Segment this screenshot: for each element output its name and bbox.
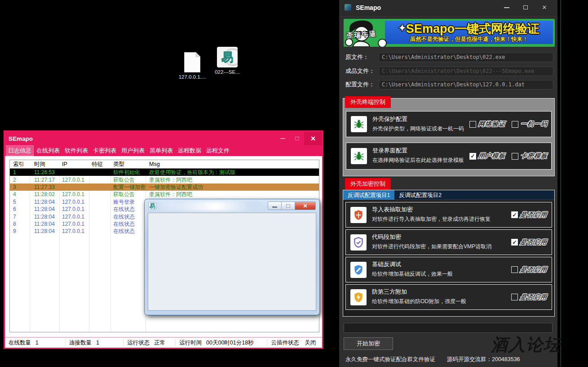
checkbox-unchecked[interactable]: [511, 294, 518, 300]
tab-anti-debug-1[interactable]: 反调试配置项目1: [343, 190, 394, 200]
group-tag: 外壳加密控制: [345, 178, 391, 190]
source-file-input[interactable]: C:\Users\Administrator\Desktop\022.exe: [379, 53, 553, 62]
output-file-input[interactable]: C:\Users\Administrator\Desktop\022---SEm…: [379, 67, 553, 76]
table-row[interactable]: 211:27:17127.0.0.1获取公告隶属软件：阿西吧: [10, 176, 319, 183]
tab-user-list[interactable]: 用户列表: [119, 146, 146, 156]
tab-remote-files[interactable]: 远程文件: [204, 146, 231, 156]
card-description: 对软件进行代码段加密，如果需要配合VMP请取消: [372, 243, 491, 251]
maximize-button[interactable]: [282, 201, 295, 210]
card-title: 外壳保护配置: [372, 115, 407, 123]
checkbox-unchecked[interactable]: [469, 121, 476, 128]
easy-language-icon: 易: [217, 47, 238, 67]
tab-log-info[interactable]: 日志信息: [6, 146, 33, 156]
close-button[interactable]: ✕: [295, 201, 316, 210]
card-title: 导入表抽取加密: [372, 206, 413, 214]
code-section-card: 代码段加密 对软件进行代码段加密，如果需要配合VMP请取消 ✓ 是否启用: [345, 229, 552, 255]
tab-online-list[interactable]: 在线列表: [35, 146, 62, 156]
minimize-button[interactable]: [497, 1, 516, 14]
desktop-icon-label: 127.0.0.1....: [179, 74, 206, 80]
table-row-selected[interactable]: 311:27:33配置一键加密一键加密验证配置成功: [10, 184, 319, 191]
status-bar: 在线数量 1 连接数量 1 运行状态 正常 运行时间 00天00时01分18秒 …: [5, 337, 322, 348]
minimize-icon: [272, 206, 277, 208]
card-description: 外壳保护类型，网络验证或者一机一码: [372, 125, 464, 133]
card-description: 给软件增加基础的防OD附加，强度一般: [372, 298, 466, 305]
tab-card-list[interactable]: 卡密列表: [91, 146, 118, 156]
card-description: 给软件增加基础反调试，效果一般: [372, 270, 453, 278]
card-template-checkbox[interactable]: 卡密模板: [512, 152, 548, 160]
maximize-button[interactable]: [516, 1, 535, 14]
log-window-tab-strip: 日志信息 在线列表 软件列表 卡密列表 用户列表 黑单列表 远程数据 远程文件: [5, 145, 322, 156]
banner-title: ✦SEmapo一键式网络验证: [398, 22, 539, 35]
checkbox-checked[interactable]: ✓: [511, 211, 518, 218]
checkbox-checked[interactable]: ✓: [469, 153, 476, 160]
enable-checkbox[interactable]: ✓ 是否启用: [511, 211, 547, 219]
col-header-ip[interactable]: IP: [59, 161, 89, 167]
maximize-icon: [286, 204, 290, 208]
config-file-row: 配置文件： C:\Users\Administrator\Desktop\127…: [345, 80, 553, 90]
card-title: 登录界面配置: [372, 147, 407, 155]
main-window-titlebar[interactable]: SEmapo ✕: [339, 0, 557, 15]
shield-orange-icon: [350, 207, 367, 223]
desktop-icon-dat-file[interactable]: 127.0.0.1....: [175, 52, 209, 80]
col-header-time[interactable]: 时间: [30, 161, 59, 168]
checkbox-unchecked[interactable]: [512, 121, 518, 128]
easy-language-icon: 易: [148, 202, 156, 210]
banner: ✦SEmapo一键式网络验证 虽然不是壳验证，但是也很牛逼，快来！快来！ 歪瑞牛…: [344, 19, 555, 47]
shield-purple-icon: [350, 234, 367, 251]
shell-protect-card: 外壳保护配置 外壳保护类型，网络验证或者一机一码 网络验证 一机一码: [346, 111, 552, 137]
tab-anti-debug-2[interactable]: 反调试配置项目2: [394, 190, 446, 200]
minimize-button[interactable]: [275, 132, 290, 145]
start-encrypt-button[interactable]: 开始加密: [344, 337, 393, 350]
log-window-titlebar[interactable]: SEmapo ✕: [5, 132, 322, 145]
main-window: SEmapo ✕ ✦SEmapo一键式网络验证 虽然不是壳验证，但是也很牛逼，快…: [339, 0, 557, 367]
blurred-title-text: [161, 201, 261, 211]
col-header-index[interactable]: 索引: [10, 161, 30, 168]
maximize-button[interactable]: [290, 132, 304, 145]
group-tag: 外壳终端控制: [345, 96, 391, 108]
checkbox-label[interactable]: 是否启用: [520, 293, 548, 301]
network-verify-checkbox[interactable]: 网络验证: [469, 120, 505, 128]
close-button[interactable]: ✕: [304, 132, 322, 145]
enable-checkbox[interactable]: 是否启用: [511, 266, 547, 274]
enable-checkbox[interactable]: 是否启用: [511, 293, 547, 301]
enable-checkbox[interactable]: ✓ 是否启用: [511, 238, 547, 246]
table-row[interactable]: 411:28:02127.0.0.1获取公告隶属软件：阿西吧: [10, 191, 319, 198]
checkbox-unchecked[interactable]: [512, 153, 518, 160]
shield-blue-icon: [350, 262, 367, 278]
close-icon: ✕: [303, 203, 307, 209]
checkbox-label[interactable]: 是否启用: [520, 211, 548, 219]
output-file-row: 成品文件： C:\Users\Administrator\Desktop\022…: [345, 66, 553, 76]
banner-blue-panel: ✦SEmapo一键式网络验证 虽然不是壳验证，但是也很牛逼，快来！快来！: [385, 21, 553, 44]
forum-watermark: 酒入论坛: [491, 334, 561, 356]
tab-software-list[interactable]: 软件列表: [63, 146, 90, 156]
checkbox-label[interactable]: 是否启用: [520, 238, 548, 246]
one-machine-one-code-checkbox[interactable]: 一机一码: [512, 120, 548, 128]
minimize-button[interactable]: [268, 201, 282, 210]
config-file-label: 配置文件：: [345, 81, 379, 89]
app-icon: [345, 4, 351, 11]
source-file-label: 原文件：: [345, 53, 379, 61]
checkbox-unchecked[interactable]: [511, 266, 518, 273]
tab-blacklist[interactable]: 黑单列表: [148, 146, 175, 156]
config-file-input[interactable]: C:\Users\Administrator\Desktop\127.0.0.1…: [379, 80, 553, 90]
col-header-msg[interactable]: Msg: [146, 161, 319, 167]
table-row[interactable]: 111:26:53软件初始化欢迎使用验证，当前版本为：测试版: [10, 169, 319, 176]
overlay-window-titlebar[interactable]: 易 ✕: [145, 199, 319, 213]
minimize-icon: [504, 7, 509, 8]
shield-yellow-icon: [350, 289, 367, 305]
close-button[interactable]: ✕: [535, 1, 554, 14]
user-template-checkbox[interactable]: ✓ 用户模板: [469, 152, 505, 160]
col-header-feature[interactable]: 特征: [89, 161, 111, 168]
checkbox-label[interactable]: 是否启用: [520, 266, 548, 274]
col-header-type[interactable]: 类型: [111, 161, 146, 168]
tab-remote-data[interactable]: 远程数据: [176, 146, 203, 156]
checkbox-label[interactable]: 网络验证: [478, 120, 506, 128]
overlay-window: 易 ✕: [145, 199, 319, 315]
desktop-icon-exe-file[interactable]: 易 022---SE...: [209, 47, 245, 75]
checkbox-label[interactable]: 用户模板: [478, 152, 506, 160]
checkbox-checked[interactable]: ✓: [511, 239, 518, 246]
easy-glyph: 易: [221, 49, 234, 65]
status-value: 00天00时01分18秒: [203, 339, 267, 346]
checkbox-label[interactable]: 一机一码: [520, 120, 548, 128]
checkbox-label[interactable]: 卡密模板: [520, 152, 548, 160]
